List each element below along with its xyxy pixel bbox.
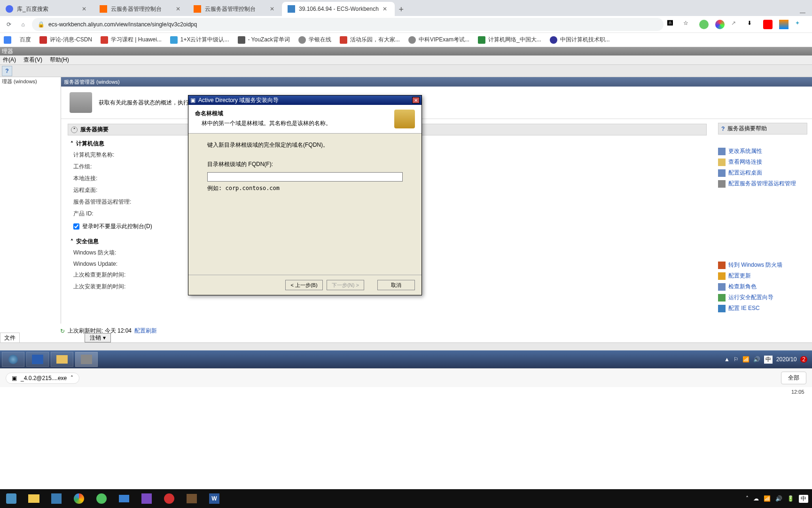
taskbar-powershell[interactable]: [26, 352, 49, 367]
address-bar: ⟳ ⌂ 🔒 ecs-workbench.aliyun.com/view/inst…: [0, 16, 812, 33]
tray-chevron-icon[interactable]: ˄: [746, 495, 749, 502]
taskbar-settings[interactable]: [45, 489, 68, 508]
link-scw[interactable]: 运行安全配置向导: [718, 292, 807, 303]
menu-view[interactable]: 查看(V): [23, 56, 42, 64]
toolbar-icons: 🅰 ☆ ↗ ⬇ ✦: [667, 20, 808, 29]
bookmark-item[interactable]: 活动乐园，有大家...: [340, 36, 400, 44]
taskbar-app2[interactable]: [113, 489, 135, 508]
help-header[interactable]: ?服务器摘要帮助: [718, 123, 807, 135]
bookmark-item[interactable]: 1+X云计算中级认...: [170, 36, 229, 44]
refresh-link[interactable]: 配置刷新: [134, 327, 157, 335]
taskbar-app3[interactable]: [135, 489, 158, 508]
bookmark-item[interactable]: 评论-消息-CSDN: [39, 36, 92, 44]
cancel-button[interactable]: 取消: [377, 280, 415, 290]
menu-file[interactable]: 件(A): [3, 56, 16, 64]
tab-2[interactable]: 云服务器管理控制台 ✕: [188, 2, 282, 16]
tray-icon[interactable]: 📶: [764, 495, 771, 502]
checkbox[interactable]: [73, 223, 79, 230]
bookmark-item[interactable]: 学银在线: [298, 36, 331, 44]
bookmark-item[interactable]: 计算机网络_中国大...: [478, 36, 541, 44]
ime-indicator[interactable]: 中: [799, 495, 808, 503]
download-icon[interactable]: ⬇: [747, 20, 757, 29]
close-icon[interactable]: ✕: [82, 6, 88, 12]
window-controls: —: [800, 9, 812, 16]
next-button: 下一步(N) >: [327, 280, 364, 290]
ext-icon-4[interactable]: [779, 20, 789, 29]
tray-icon[interactable]: 🔋: [787, 495, 794, 502]
tab-1[interactable]: 云服务器管理控制台 ✕: [94, 2, 188, 16]
close-icon[interactable]: ✕: [383, 6, 389, 12]
taskbar-app4[interactable]: [180, 489, 203, 508]
tree-item[interactable]: 理器 (windows): [0, 77, 61, 86]
dialog-title-bar[interactable]: ▣ Active Directory 域服务安装向导 ✕: [188, 95, 422, 105]
wizard-buttons: < 上一步(B) 下一步(N) > 取消: [188, 275, 422, 295]
tray-icon[interactable]: ▲: [724, 356, 730, 363]
star-icon[interactable]: ☆: [683, 20, 693, 29]
chevron-up-icon[interactable]: ˄: [70, 375, 73, 381]
menu-help[interactable]: 帮助(H): [50, 56, 69, 64]
help-button[interactable]: ?: [2, 66, 12, 76]
url-input[interactable]: 🔒 ecs-workbench.aliyun.com/view/instance…: [32, 18, 664, 31]
link-system-props[interactable]: 更改系统属性: [718, 146, 807, 157]
minimize-icon[interactable]: —: [800, 9, 805, 16]
show-all-downloads[interactable]: 全部: [781, 372, 806, 384]
link-update[interactable]: 配置更新: [718, 270, 807, 281]
taskbar-explorer[interactable]: [51, 352, 73, 367]
close-icon[interactable]: ✕: [176, 6, 182, 12]
bookmark-item[interactable]: 学习课程 | Huawei...: [101, 36, 162, 44]
link-remote-mgmt[interactable]: 配置服务器管理器远程管理: [718, 178, 807, 189]
apps-button[interactable]: [4, 36, 11, 44]
flag-icon[interactable]: ⚐: [734, 356, 739, 363]
tray-icon[interactable]: ☁: [753, 495, 759, 502]
logout-button[interactable]: 注销▾: [85, 333, 111, 342]
start-button[interactable]: [2, 352, 24, 367]
tab-0[interactable]: 库_百度搜索 ✕: [0, 2, 94, 16]
url-text: ecs-workbench.aliyun.com/view/instance/s…: [48, 21, 197, 28]
ext-icon-2[interactable]: [715, 20, 725, 29]
ext-icon-1[interactable]: [699, 20, 709, 29]
fqdn-input[interactable]: [207, 172, 403, 182]
link-remote-desktop[interactable]: 配置远程桌面: [718, 167, 807, 178]
roles-icon: [718, 283, 726, 291]
ie-icon: [718, 305, 726, 312]
back-button[interactable]: < 上一步(B): [285, 280, 323, 290]
download-item[interactable]: ▣ _4.0.2@215....exe ˄: [6, 373, 79, 384]
horizontal-scrollbar[interactable]: [0, 342, 812, 350]
taskbar-edge[interactable]: [90, 489, 113, 508]
close-icon[interactable]: ✕: [270, 6, 276, 12]
reload-icon[interactable]: ⟳: [4, 19, 14, 30]
taskbar-explorer[interactable]: [23, 489, 45, 508]
tray-time: 2020/10: [776, 356, 796, 363]
close-icon[interactable]: ✕: [412, 97, 420, 103]
translate-icon[interactable]: 🅰: [667, 20, 677, 29]
link-roles[interactable]: 检查新角色: [718, 281, 807, 292]
file-icon: ▣: [12, 375, 17, 381]
bookmark-item[interactable]: - YouZack背单词: [238, 36, 290, 44]
taskbar-netease[interactable]: [158, 489, 180, 508]
tab-title: 库_百度搜索: [17, 5, 78, 13]
taskbar-app[interactable]: [0, 489, 23, 508]
firewall-icon: [718, 262, 726, 269]
tray-icon[interactable]: 🔊: [775, 495, 782, 502]
bookmark-item[interactable]: 中国计算机技术职...: [550, 36, 610, 44]
bookmark-item[interactable]: 百度: [20, 36, 31, 44]
link-network[interactable]: 查看网络连接: [718, 157, 807, 167]
taskbar-chrome[interactable]: [68, 489, 90, 508]
link-ie-esc[interactable]: 配置 IE ESC: [718, 303, 807, 314]
remote-window-title: 理器: [0, 47, 812, 56]
new-tab-button[interactable]: +: [395, 3, 408, 16]
network-icon[interactable]: 📶: [742, 356, 750, 363]
sound-icon[interactable]: 🔊: [753, 356, 760, 363]
bookmark-item[interactable]: 中科VIPExam考试...: [408, 36, 469, 44]
tab-3-active[interactable]: 39.106.64.94 - ECS-Workbench ✕: [282, 2, 395, 16]
ext-icon-5[interactable]: ✦: [795, 20, 804, 29]
link-firewall[interactable]: 转到 Windows 防火墙: [718, 260, 807, 270]
wizard-instruction: 键入新目录林根级域的完全限定的域名(FQDN)。: [207, 141, 403, 149]
home-icon[interactable]: ⌂: [18, 19, 28, 30]
favicon: [6, 5, 13, 13]
taskbar-word[interactable]: W: [203, 489, 226, 508]
ext-icon-3[interactable]: ↗: [731, 20, 741, 29]
ime-icon[interactable]: 中: [764, 356, 773, 364]
taskbar-server-manager[interactable]: [75, 352, 98, 367]
youtube-icon[interactable]: [763, 20, 773, 29]
